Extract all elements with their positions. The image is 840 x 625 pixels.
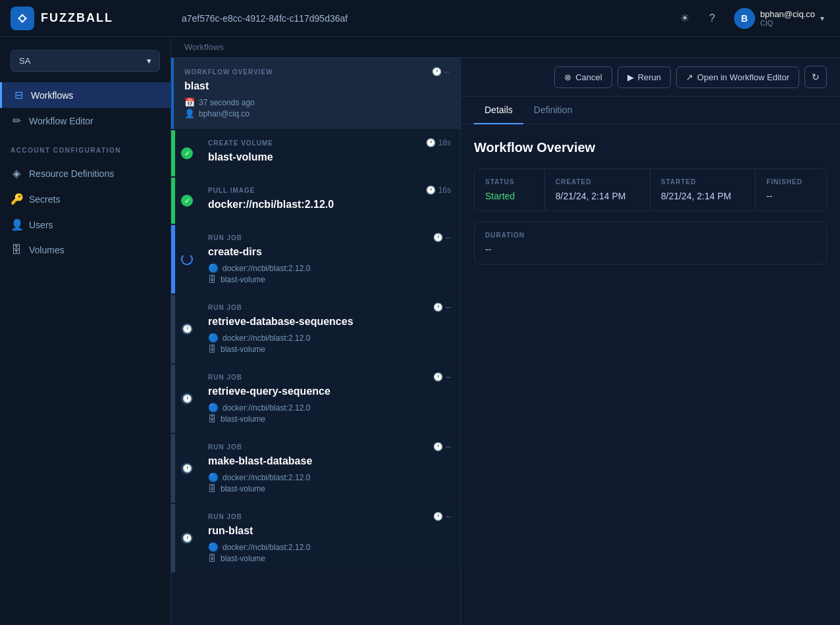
- help-button[interactable]: ?: [701, 7, 723, 30]
- sidebar-item-workflow-editor[interactable]: ✏ Workflow Editor: [0, 108, 171, 134]
- org-select[interactable]: SA ▾: [11, 50, 160, 72]
- volume-icon: 🗄: [208, 344, 217, 354]
- item-meta-date: 📅 37 seconds ago: [184, 97, 450, 107]
- item-timer: 🕐 16s: [426, 186, 451, 195]
- rerun-button[interactable]: ▶ Rerun: [617, 66, 671, 88]
- created-value: 8/21/24, 2:14 PM: [556, 191, 639, 201]
- item-meta-image: 🔵 docker://ncbi/blast:2.12.0: [208, 263, 451, 273]
- tab-definition[interactable]: Definition: [523, 97, 583, 124]
- clock-icon: 🕐: [433, 372, 443, 382]
- nav-section-main: ⊟ Workflows ✏ Workflow Editor: [0, 80, 171, 136]
- user-menu[interactable]: B bphan@ciq.co CIQ ▾: [729, 5, 829, 32]
- clock-icon: 🕐: [433, 512, 443, 521]
- content-area: Workflows WORKFLOW OVERVIEW 🕐 -- blast: [171, 37, 840, 625]
- nav-label-editor: Workflow Editor: [29, 116, 93, 126]
- volume-icon: 🗄: [208, 414, 217, 424]
- list-item[interactable]: RUN JOB 🕐 -- create-dirs 🔵 docker://ncbi…: [171, 225, 460, 293]
- editor-icon: ✏: [11, 114, 22, 127]
- item-type: RUN JOB: [208, 443, 242, 451]
- clock-icon: 🕐: [433, 442, 443, 451]
- item-header: RUN JOB 🕐 --: [208, 442, 451, 451]
- item-meta-user: 👤 bphan@ciq.co: [184, 109, 450, 118]
- container-icon: 🔵: [208, 333, 219, 343]
- logo-text: FUZZBALL: [41, 11, 113, 25]
- workflow-panel[interactable]: WORKFLOW OVERVIEW 🕐 -- blast 📅 37 second…: [171, 58, 461, 625]
- item-meta-volume: 🗄 blast-volume: [208, 274, 451, 284]
- card-content: RUN JOB 🕐 -- run-blast 🔵 docker://ncbi/b…: [199, 504, 460, 572]
- page-id: a7ef576c-e8cc-4912-84fc-c117d95d36af: [182, 13, 673, 24]
- cancel-button[interactable]: ⊗ Cancel: [554, 66, 612, 88]
- status-dot-green: ✓: [181, 195, 193, 207]
- sidebar-item-users[interactable]: 👤 Users: [0, 212, 171, 238]
- item-type: RUN JOB: [208, 513, 242, 520]
- rerun-icon: ▶: [627, 72, 634, 82]
- avatar: B: [734, 8, 755, 29]
- chevron-down-icon: ▾: [820, 14, 824, 23]
- card-status: 🕐: [175, 504, 199, 572]
- list-item[interactable]: 🕐 RUN JOB 🕐 -- retrieve-database-sequenc…: [171, 295, 460, 363]
- item-timer: 🕐 18s: [426, 138, 451, 147]
- detail-body: Workflow Overview STATUS Started CREATED…: [461, 124, 840, 625]
- tab-details[interactable]: Details: [474, 97, 523, 124]
- detail-tabs: Details Definition: [461, 97, 840, 124]
- clock-icon: 🕐: [426, 138, 436, 147]
- list-item[interactable]: 🕐 RUN JOB 🕐 -- retrieve-query-sequence: [171, 364, 460, 433]
- item-meta-volume: 🗄 blast-volume: [208, 484, 451, 493]
- card-content: RUN JOB 🕐 -- retrieve-query-sequence 🔵 d…: [199, 364, 460, 433]
- item-meta-volume: 🗄 blast-volume: [208, 553, 451, 563]
- svg-point-0: [20, 16, 24, 20]
- card-status: 🕐: [175, 434, 199, 503]
- nav-label-workflows: Workflows: [31, 90, 73, 101]
- list-item[interactable]: 🕐 RUN JOB 🕐 -- make-blast-database: [171, 434, 460, 503]
- item-timer: 🕐 --: [433, 512, 451, 521]
- detail-panel: ⊗ Cancel ▶ Rerun ↗ Open in Workflow Edit…: [461, 58, 840, 625]
- item-type: RUN JOB: [208, 374, 242, 381]
- sidebar-item-resource-definitions[interactable]: ◈ Resource Definitions: [0, 161, 171, 186]
- list-item[interactable]: ✓ PULL IMAGE 🕐 16s docker://ncbi/blast:2…: [171, 178, 460, 224]
- item-type: WORKFLOW OVERVIEW: [184, 68, 273, 76]
- status-dot-spinning: [181, 253, 193, 265]
- card-status: 🕐: [175, 295, 199, 363]
- status-dot-clock: 🕐: [181, 323, 193, 335]
- status-cell-created: CREATED 8/21/24, 2:14 PM: [545, 169, 650, 211]
- open-icon: ↗: [686, 72, 693, 82]
- item-type: RUN JOB: [208, 234, 242, 241]
- breadcrumb: Workflows: [171, 37, 840, 58]
- card-content: RUN JOB 🕐 -- create-dirs 🔵 docker://ncbi…: [199, 225, 460, 293]
- item-meta-volume: 🗄 blast-volume: [208, 344, 451, 354]
- nav-label-volumes: Volumes: [29, 245, 65, 255]
- card-status: ✓: [175, 130, 199, 176]
- card-content: RUN JOB 🕐 -- make-blast-database 🔵 docke…: [199, 434, 460, 503]
- container-icon: 🔵: [208, 403, 219, 413]
- finished-value: --: [766, 191, 816, 201]
- calendar-icon: 📅: [184, 97, 195, 107]
- open-workflow-editor-button[interactable]: ↗ Open in Workflow Editor: [676, 66, 799, 88]
- list-item[interactable]: 🕐 RUN JOB 🕐 -- run-blast 🔵: [171, 504, 460, 572]
- list-item[interactable]: ✓ CREATE VOLUME 🕐 18s blast-volume: [171, 130, 460, 176]
- nav-label-users: Users: [29, 220, 53, 230]
- volumes-icon: 🗄: [11, 244, 22, 256]
- item-timer: 🕐 --: [433, 372, 451, 382]
- nav-label-resource: Resource Definitions: [29, 168, 114, 179]
- user-icon: 👤: [184, 109, 195, 118]
- item-header: RUN JOB 🕐 --: [208, 512, 451, 521]
- clock-icon: 🕐: [426, 186, 436, 195]
- sidebar: SA ▾ ⊟ Workflows ✏ Workflow Editor ACCOU…: [0, 37, 171, 625]
- status-cell-status: STATUS Started: [475, 169, 545, 211]
- sidebar-item-volumes[interactable]: 🗄 Volumes: [0, 238, 171, 262]
- refresh-button[interactable]: ↻: [804, 66, 827, 88]
- theme-toggle-button[interactable]: ☀: [673, 7, 696, 30]
- item-name: retrieve-database-sequences: [208, 316, 451, 328]
- card-status: 🕐: [175, 364, 199, 433]
- logo-icon: [11, 7, 34, 30]
- cancel-icon: ⊗: [564, 72, 571, 82]
- tab-definition-label: Definition: [534, 105, 572, 115]
- status-cell-finished: FINISHED --: [756, 169, 826, 211]
- sidebar-item-workflows[interactable]: ⊟ Workflows: [0, 82, 171, 108]
- item-type: CREATE VOLUME: [208, 139, 273, 147]
- sidebar-item-secrets[interactable]: 🔑 Secrets: [0, 186, 171, 212]
- list-item[interactable]: WORKFLOW OVERVIEW 🕐 -- blast 📅 37 second…: [171, 58, 460, 129]
- item-name: create-dirs: [208, 246, 451, 258]
- item-meta-image: 🔵 docker://ncbi/blast:2.12.0: [208, 333, 451, 343]
- clock-icon: 🕐: [433, 233, 443, 242]
